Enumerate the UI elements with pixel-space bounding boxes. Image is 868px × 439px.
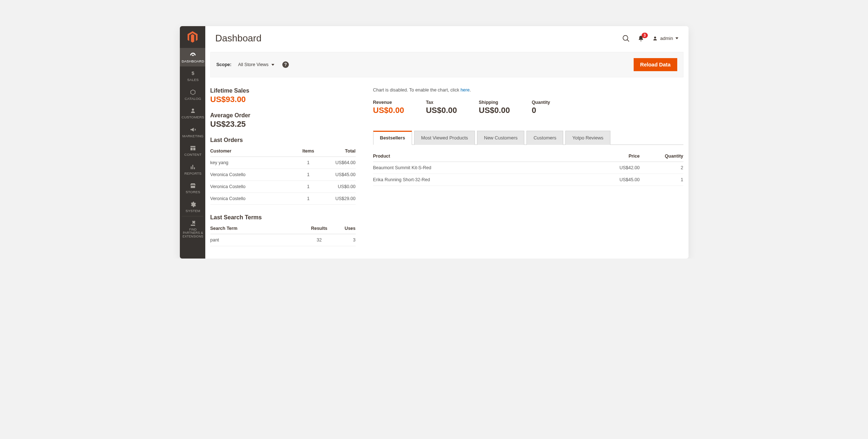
- app-frame: DASHBOARD $ SALES CATALOG CUSTOMERS MARK…: [180, 26, 689, 259]
- bars-icon: [189, 164, 197, 170]
- storefront-icon: [189, 182, 197, 189]
- metric-quantity: Quantity0: [532, 100, 550, 115]
- nav-dashboard[interactable]: DASHBOARD: [180, 48, 205, 66]
- metric-tax: TaxUS$0.00: [426, 100, 457, 115]
- cell-customer: Veronica Costello: [210, 181, 294, 193]
- page-title: Dashboard: [215, 33, 623, 44]
- question-icon: ?: [284, 62, 287, 67]
- nav-label: CUSTOMERS: [182, 115, 205, 119]
- metric-shipping: ShippingUS$0.00: [479, 100, 510, 115]
- metrics-row: RevenueUS$0.00TaxUS$0.00ShippingUS$0.00Q…: [373, 100, 683, 115]
- table-row[interactable]: Veronica Costello1US$29.00: [210, 193, 356, 205]
- metric-value: US$0.00: [373, 106, 404, 115]
- reload-data-button[interactable]: Reload Data: [634, 58, 677, 71]
- nav-label: DASHBOARD: [182, 60, 205, 63]
- cell-total: US$29.00: [323, 193, 356, 205]
- metric-value: 0: [532, 106, 550, 115]
- last-search-section: Last Search Terms Search Term Results Us…: [210, 214, 356, 246]
- person-icon: [189, 107, 197, 114]
- scope-bar: Scope: All Store Views ? Reload Data: [210, 52, 683, 77]
- user-menu[interactable]: admin: [652, 36, 678, 41]
- table-row[interactable]: Veronica Costello1US$45.00: [210, 169, 356, 181]
- table-row[interactable]: key yang1US$64.00: [210, 157, 356, 169]
- nav-marketing[interactable]: MARKETING: [180, 123, 205, 141]
- cell-customer: Veronica Costello: [210, 193, 294, 205]
- table-row[interactable]: Erika Running Short-32-RedUS$45.001: [373, 174, 683, 186]
- search-button[interactable]: [622, 35, 630, 42]
- chart-disabled-note: Chart is disabled. To enable the chart, …: [373, 88, 683, 93]
- nav-sales[interactable]: $ SALES: [180, 66, 205, 85]
- nav-customers[interactable]: CUSTOMERS: [180, 104, 205, 122]
- table-row[interactable]: pant323: [210, 234, 356, 246]
- tab-most-viewed-products[interactable]: Most Viewed Products: [414, 131, 475, 145]
- col-items: Items: [294, 146, 323, 157]
- bestsellers-tab-content: Product Price Quantity Beaumont Summit K…: [373, 145, 683, 186]
- tab-bestsellers[interactable]: Bestsellers: [373, 131, 412, 145]
- partners-icon: [189, 220, 197, 227]
- nav-system[interactable]: SYSTEM: [180, 198, 205, 216]
- section-title: Last Orders: [210, 137, 356, 143]
- cell-price: US$42.00: [596, 162, 640, 174]
- last-orders-table: Customer Items Total key yang1US$64.00Ve…: [210, 146, 356, 205]
- metric-label: Shipping: [479, 100, 510, 105]
- nav-label: SYSTEM: [182, 209, 205, 213]
- dollar-icon: $: [189, 70, 197, 77]
- last-search-table: Search Term Results Uses pant323: [210, 223, 356, 246]
- section-title: Last Search Terms: [210, 214, 356, 221]
- table-row[interactable]: Veronica Costello1US$0.00: [210, 181, 356, 193]
- tab-yotpo-reviews[interactable]: Yotpo Reviews: [565, 131, 610, 145]
- box-icon: [189, 89, 197, 95]
- chart-note-suffix: .: [469, 88, 471, 93]
- nav-reports[interactable]: REPORTS: [180, 160, 205, 179]
- stat-value: US$23.25: [210, 119, 356, 129]
- nav-label: FIND PARTNERS & EXTENSIONS: [182, 228, 205, 238]
- col-customer: Customer: [210, 146, 294, 157]
- cell-total: US$0.00: [323, 181, 356, 193]
- nav-content[interactable]: CONTENT: [180, 141, 205, 160]
- chevron-down-icon: [271, 64, 274, 66]
- nav-label: CONTENT: [182, 153, 205, 157]
- help-button[interactable]: ?: [282, 61, 289, 68]
- gear-icon: [189, 201, 197, 208]
- average-order-block: Average Order US$23.25: [210, 112, 356, 129]
- col-quantity: Quantity: [640, 149, 683, 162]
- col-uses: Uses: [334, 223, 356, 234]
- cell-product: Erika Running Short-32-Red: [373, 174, 596, 186]
- notifications-button[interactable]: 3: [638, 35, 644, 42]
- scope-selected: All Store Views: [238, 62, 269, 67]
- header-actions: 3 admin: [622, 35, 678, 42]
- content: Lifetime Sales US$93.00 Average Order US…: [205, 77, 689, 256]
- user-icon: [652, 36, 658, 41]
- chart-enable-link[interactable]: here: [460, 88, 469, 93]
- col-total: Total: [323, 146, 356, 157]
- metric-label: Revenue: [373, 100, 404, 105]
- stat-label: Lifetime Sales: [210, 88, 356, 94]
- metric-label: Tax: [426, 100, 457, 105]
- table-row[interactable]: Beaumont Summit Kit-S-RedUS$42.002: [373, 162, 683, 174]
- nav-label: MARKETING: [182, 134, 205, 138]
- search-icon: [622, 35, 630, 42]
- cell-qty: 2: [640, 162, 683, 174]
- cell-price: US$45.00: [596, 174, 640, 186]
- cell-uses: 3: [334, 234, 356, 246]
- megaphone-icon: [189, 126, 197, 133]
- col-price: Price: [596, 149, 640, 162]
- gauge-icon: [189, 52, 197, 58]
- metric-revenue: RevenueUS$0.00: [373, 100, 404, 115]
- chevron-down-icon: [675, 37, 678, 39]
- notifications-badge: 3: [642, 33, 648, 38]
- tab-customers[interactable]: Customers: [526, 131, 563, 145]
- magento-logo[interactable]: [180, 26, 205, 48]
- col-term: Search Term: [210, 223, 305, 234]
- nav-partners[interactable]: FIND PARTNERS & EXTENSIONS: [180, 216, 205, 241]
- magento-logo-icon: [187, 31, 198, 43]
- cell-customer: key yang: [210, 157, 294, 169]
- scope-select[interactable]: All Store Views: [238, 62, 274, 67]
- metric-value: US$0.00: [479, 106, 510, 115]
- nav-catalog[interactable]: CATALOG: [180, 85, 205, 104]
- nav-stores[interactable]: STORES: [180, 179, 205, 197]
- stat-value: US$93.00: [210, 95, 356, 104]
- main: Dashboard 3 admin Scope: All Store V: [205, 26, 689, 259]
- cell-results: 32: [305, 234, 334, 246]
- tab-new-customers[interactable]: New Customers: [477, 131, 524, 145]
